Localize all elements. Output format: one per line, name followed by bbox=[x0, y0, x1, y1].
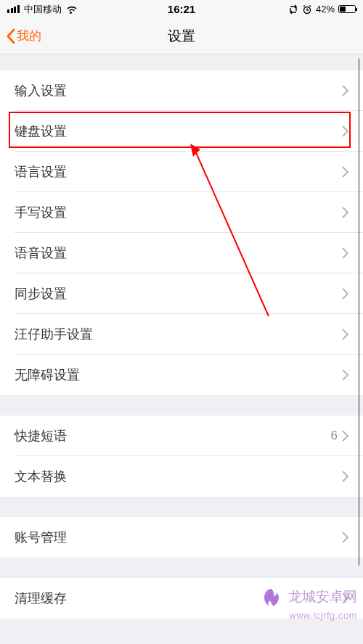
row-wangzai-assistant-settings[interactable]: 汪仔助手设置 bbox=[0, 314, 363, 355]
status-right: 42% bbox=[288, 4, 356, 15]
chevron-right-icon bbox=[342, 430, 348, 442]
row-label: 语言设置 bbox=[15, 163, 67, 181]
row-label: 汪仔助手设置 bbox=[15, 326, 93, 343]
row-label: 输入设置 bbox=[15, 82, 67, 99]
back-button[interactable]: 我的 bbox=[6, 28, 41, 44]
row-text-replace[interactable]: 文本替换 bbox=[0, 456, 363, 497]
row-label: 键盘设置 bbox=[15, 123, 67, 140]
row-handwriting-settings[interactable]: 手写设置 bbox=[0, 192, 363, 233]
battery-pct: 42% bbox=[316, 4, 335, 15]
row-label: 无障碍设置 bbox=[15, 366, 80, 384]
row-sync-settings[interactable]: 同步设置 bbox=[0, 273, 363, 314]
chevron-right-icon bbox=[342, 207, 348, 218]
alarm-icon bbox=[302, 4, 312, 15]
status-bar: 中国移动 16:21 42% bbox=[0, 0, 363, 18]
scrollbar[interactable] bbox=[358, 58, 360, 566]
settings-group-2: 快捷短语 6 文本替换 bbox=[0, 416, 363, 497]
row-label: 快捷短语 bbox=[15, 427, 67, 445]
row-quick-phrases[interactable]: 快捷短语 6 bbox=[0, 416, 363, 456]
chevron-right-icon bbox=[342, 329, 348, 340]
chevron-right-icon bbox=[342, 471, 348, 482]
chevron-right-icon bbox=[342, 532, 348, 543]
row-label: 手写设置 bbox=[15, 204, 67, 221]
row-account-mgmt[interactable]: 账号管理 bbox=[0, 517, 363, 558]
chevron-right-icon bbox=[342, 85, 348, 96]
row-label: 账号管理 bbox=[15, 529, 67, 546]
row-label: 语音设置 bbox=[15, 244, 67, 262]
row-voice-settings[interactable]: 语音设置 bbox=[0, 233, 363, 273]
chevron-right-icon bbox=[342, 166, 348, 178]
chevron-right-icon bbox=[342, 288, 348, 300]
chevron-left-icon bbox=[6, 28, 15, 44]
chevron-right-icon bbox=[342, 125, 348, 137]
nav-bar: 我的 设置 bbox=[0, 18, 363, 54]
row-accessibility-settings[interactable]: 无障碍设置 bbox=[0, 355, 363, 395]
loop-icon bbox=[288, 4, 298, 15]
status-time: 16:21 bbox=[168, 3, 195, 15]
chevron-right-icon bbox=[342, 593, 348, 604]
content[interactable]: 输入设置 键盘设置 语言设置 手写设置 语音设置 同步设置 汪仔助手设置 无障 bbox=[0, 54, 363, 644]
row-label: 同步设置 bbox=[15, 285, 67, 302]
page-title: 设置 bbox=[168, 27, 195, 46]
row-input-settings[interactable]: 输入设置 bbox=[0, 70, 363, 111]
back-label: 我的 bbox=[17, 28, 41, 44]
signal-icon bbox=[7, 5, 20, 13]
row-keyboard-settings[interactable]: 键盘设置 bbox=[0, 111, 363, 152]
row-clear-cache[interactable]: 清理缓存 bbox=[0, 578, 363, 619]
settings-group-4: 清理缓存 bbox=[0, 578, 363, 619]
carrier-label: 中国移动 bbox=[24, 3, 62, 16]
row-label: 文本替换 bbox=[15, 468, 67, 485]
wifi-icon bbox=[66, 5, 78, 14]
row-language-settings[interactable]: 语言设置 bbox=[0, 152, 363, 192]
chevron-right-icon bbox=[342, 369, 348, 381]
settings-group-3: 账号管理 bbox=[0, 517, 363, 558]
row-label: 清理缓存 bbox=[15, 590, 67, 607]
chevron-right-icon bbox=[342, 247, 348, 259]
settings-group-1: 输入设置 键盘设置 语言设置 手写设置 语音设置 同步设置 汪仔助手设置 无障 bbox=[0, 70, 363, 395]
battery-icon bbox=[338, 5, 356, 13]
status-left: 中国移动 bbox=[7, 3, 78, 16]
row-detail: 6 bbox=[331, 429, 338, 443]
